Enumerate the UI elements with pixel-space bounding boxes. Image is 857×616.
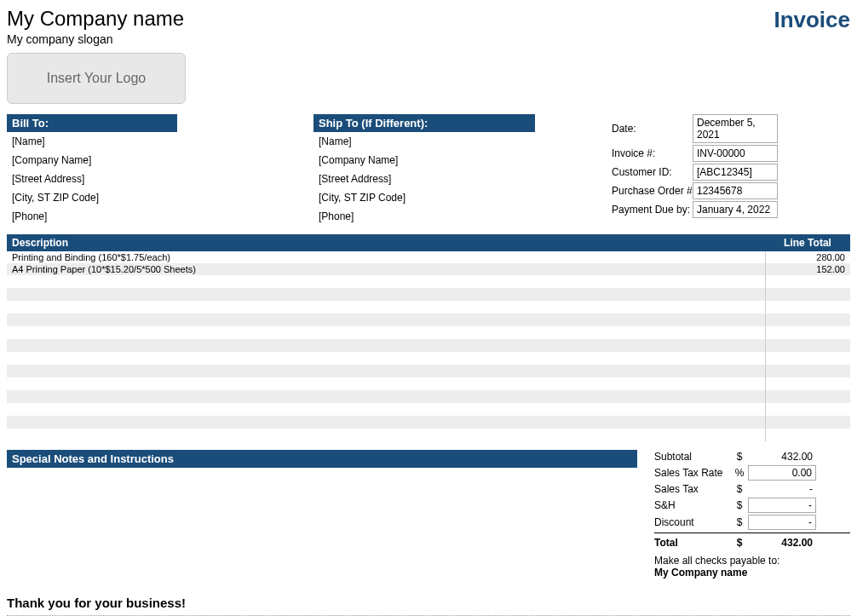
bill-to-street[interactable]: [Street Address] [7, 170, 296, 188]
discount-value[interactable]: - [748, 515, 816, 530]
subtotal-label: Subtotal [654, 451, 731, 463]
bill-to-header: Bill To: [7, 114, 177, 132]
item-row-empty[interactable] [7, 429, 850, 441]
ship-to-phone[interactable]: [Phone] [313, 207, 603, 226]
line-items-table: Description Line Total Printing and Bind… [7, 234, 850, 441]
currency-symbol: $ [731, 499, 748, 511]
item-row-empty[interactable] [7, 314, 850, 326]
company-name: My Company name [7, 7, 186, 31]
totals-section: Subtotal $ 432.00 Sales Tax Rate % 0.00 … [654, 450, 850, 579]
sh-label: S&H [654, 499, 731, 511]
payable-name: My Company name [654, 567, 850, 579]
item-total: 280.00 [765, 251, 850, 263]
customer-id-label: Customer ID: [612, 166, 693, 178]
sh-value[interactable]: - [748, 498, 816, 513]
payable-text: Make all checks payable to: [654, 555, 850, 567]
ship-to-header: Ship To (If Different): [313, 114, 535, 132]
company-slogan: My company slogan [7, 32, 186, 46]
ship-to-street[interactable]: [Street Address] [313, 170, 603, 188]
item-row[interactable]: Printing and Binding (160*$1.75/each) 28… [7, 251, 850, 263]
item-row-empty[interactable] [7, 352, 850, 365]
item-description: Printing and Binding (160*$1.75/each) [7, 251, 765, 263]
invoice-title: Invoice [774, 7, 850, 33]
item-row-empty[interactable] [7, 365, 850, 377]
bill-to-company[interactable]: [Company Name] [7, 151, 296, 170]
total-label: Total [654, 537, 731, 549]
notes-section: Special Notes and Instructions [7, 450, 637, 579]
item-row-empty[interactable] [7, 326, 850, 339]
po-value[interactable]: 12345678 [693, 182, 778, 199]
tax-rate-label: Sales Tax Rate [654, 467, 731, 479]
total-value: 432.00 [748, 536, 816, 550]
ship-to-city[interactable]: [City, ST ZIP Code] [313, 188, 603, 207]
item-row-empty[interactable] [7, 339, 850, 352]
item-row-empty[interactable] [7, 301, 850, 314]
notes-body[interactable] [7, 468, 637, 553]
currency-symbol: $ [731, 483, 748, 495]
currency-symbol: $ [731, 516, 748, 528]
item-row-empty[interactable] [7, 377, 850, 390]
item-row-empty[interactable] [7, 288, 850, 301]
subtotal-value: 432.00 [748, 450, 816, 463]
item-total: 152.00 [765, 263, 850, 275]
date-value[interactable]: December 5, 2021 [693, 114, 778, 143]
invoice-num-label: Invoice #: [612, 147, 693, 159]
ship-to-name[interactable]: [Name] [313, 132, 603, 151]
currency-symbol: $ [731, 537, 748, 549]
bill-to-city[interactable]: [City, ST ZIP Code] [7, 188, 296, 207]
description-header: Description [7, 234, 765, 251]
notes-header: Special Notes and Instructions [7, 450, 637, 468]
item-row-empty[interactable] [7, 390, 850, 403]
po-label: Purchase Order # [612, 185, 693, 197]
bill-to-name[interactable]: [Name] [7, 132, 296, 151]
bill-to-section: Bill To: [Name] [Company Name] [Street A… [7, 114, 296, 226]
item-row-empty[interactable] [7, 275, 850, 288]
item-row[interactable]: A4 Printing Paper (10*$15.20/5*500 Sheet… [7, 263, 850, 275]
item-row-empty[interactable] [7, 416, 850, 429]
ship-to-section: Ship To (If Different): [Name] [Company … [313, 114, 603, 226]
logo-placeholder[interactable]: Insert Your Logo [7, 53, 186, 104]
due-label: Payment Due by: [612, 204, 693, 216]
currency-symbol: $ [731, 451, 748, 463]
customer-id-value[interactable]: [ABC12345] [693, 164, 778, 181]
bill-to-phone[interactable]: [Phone] [7, 207, 296, 226]
invoice-meta: Date: December 5, 2021 Invoice #: INV-00… [612, 114, 850, 226]
date-label: Date: [612, 123, 693, 135]
due-value[interactable]: January 4, 2022 [693, 201, 778, 218]
tax-value: - [748, 482, 816, 496]
ship-to-company[interactable]: [Company Name] [313, 151, 603, 170]
percent-symbol: % [731, 467, 748, 479]
tax-rate-value[interactable]: 0.00 [748, 465, 816, 481]
thank-you-text: Thank you for your business! [7, 596, 850, 610]
invoice-num-value[interactable]: INV-00000 [693, 145, 778, 162]
line-total-header: Line Total [765, 234, 850, 251]
item-row-empty[interactable] [7, 403, 850, 416]
discount-label: Discount [654, 516, 731, 528]
tax-label: Sales Tax [654, 483, 731, 495]
item-description: A4 Printing Paper (10*$15.20/5*500 Sheet… [7, 263, 765, 275]
